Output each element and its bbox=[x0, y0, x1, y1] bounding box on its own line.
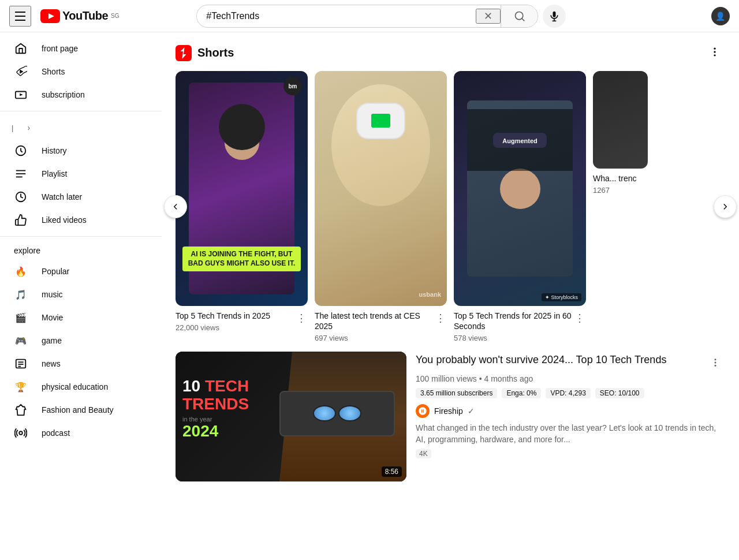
short-views-1: 22,000 views bbox=[176, 323, 270, 332]
header-center: ✕ bbox=[196, 5, 566, 28]
sidebar-item-shorts[interactable]: Shorts bbox=[5, 60, 157, 83]
svg-marker-9 bbox=[20, 94, 23, 96]
short-card-4-info: Wha... trenc 1267 bbox=[593, 173, 648, 195]
header: YouTubeSG ✕ bbox=[0, 0, 739, 32]
short-thumb-4 bbox=[593, 71, 648, 169]
video-more-button-1[interactable] bbox=[706, 353, 725, 374]
channel-name-1: Fireship bbox=[434, 406, 463, 416]
sidebar-item-popular[interactable]: 🔥 Popular bbox=[5, 260, 157, 283]
video-card-1[interactable]: 10 TECH TRENDS in the year 2024 8:56 bbox=[176, 352, 725, 481]
sidebar-label-playlist: Playlist bbox=[42, 169, 67, 178]
badge-enga: Enga: 0% bbox=[502, 388, 541, 398]
short-views-3: 578 views bbox=[454, 334, 573, 342]
sidebar: front page Shorts subscription | › bbox=[0, 32, 162, 560]
explore-section-label: explore bbox=[0, 241, 162, 260]
sidebar-label-history: History bbox=[42, 146, 67, 155]
resolution-badge-1: 4K bbox=[416, 449, 431, 458]
mic-icon bbox=[548, 10, 560, 22]
carousel-next-button[interactable] bbox=[714, 195, 737, 218]
app-container: YouTubeSG ✕ bbox=[0, 0, 739, 560]
video-info-top-1: You probably won't survive 2024... Top 1… bbox=[416, 353, 725, 374]
channel-avatar-1 bbox=[416, 404, 430, 418]
liked-icon bbox=[14, 213, 28, 227]
sidebar-divider-1 bbox=[0, 111, 162, 111]
sidebar-item-game[interactable]: 🎮 game bbox=[5, 329, 157, 352]
sidebar-item-movie[interactable]: 🎬 Movie bbox=[5, 306, 157, 329]
short-menu-1[interactable]: ⋮ bbox=[295, 311, 308, 326]
sidebar-item-physical-education[interactable]: 🏆 physical education bbox=[5, 375, 157, 398]
short-card-3[interactable]: Augmented ✦ Storyblocks Top 5 Tech Trend… bbox=[454, 71, 586, 342]
sidebar-item-playlist[interactable]: Playlist bbox=[5, 162, 157, 185]
subscription-icon bbox=[14, 88, 28, 102]
video-duration-1: 8:56 bbox=[382, 466, 402, 477]
chevron-right-icon bbox=[720, 201, 730, 212]
short-card-2[interactable]: usbank The latest tech trends at CES 202… bbox=[315, 71, 447, 342]
playlist-icon bbox=[14, 167, 28, 181]
shorts-icon bbox=[14, 65, 28, 79]
sidebar-item-liked-videos[interactable]: Liked videos bbox=[5, 208, 157, 232]
short-menu-3[interactable]: ⋮ bbox=[573, 311, 586, 326]
short-card-1[interactable]: bm AI IS JOINING THE FIGHT, BUT BAD GUYS… bbox=[176, 71, 308, 342]
video-list: 10 TECH TRENDS in the year 2024 8:56 bbox=[162, 342, 739, 500]
svg-point-19 bbox=[19, 431, 23, 435]
augmented-text: Augmented bbox=[502, 137, 538, 144]
shorts-more-button[interactable] bbox=[704, 42, 725, 64]
main-content: Shorts bbox=[162, 32, 739, 560]
short-title-2: The latest tech trends at CES 2025 bbox=[315, 311, 434, 331]
sidebar-item-subscription[interactable]: subscription bbox=[5, 83, 157, 106]
video-meta-1: 100 million views • 4 months ago bbox=[416, 374, 725, 383]
short-views-4: 1267 bbox=[593, 186, 636, 195]
short-card-3-info: Top 5 Tech Trends for 2025 in 60 Seconds… bbox=[454, 311, 586, 342]
sidebar-label-front-page: front page bbox=[42, 44, 78, 53]
badge-subscribers: 3.65 million subscribers bbox=[416, 388, 497, 398]
bm-badge: bm bbox=[283, 77, 302, 95]
short-thumb-1: bm AI IS JOINING THE FIGHT, BUT BAD GUYS… bbox=[176, 71, 308, 306]
movie-icon: 🎬 bbox=[14, 311, 28, 324]
sidebar-item-history[interactable]: History bbox=[5, 139, 157, 162]
sidebar-label-shorts: Shorts bbox=[42, 67, 65, 76]
search-bar: ✕ bbox=[196, 5, 538, 28]
sidebar-item-fashion-beauty[interactable]: Fashion and Beauty bbox=[5, 398, 157, 421]
storyblocks-badge: ✦ Storyblocks bbox=[542, 293, 581, 301]
shorts-title: Shorts bbox=[197, 46, 234, 59]
svg-line-3 bbox=[522, 18, 525, 21]
sidebar-item-podcast[interactable]: podcast bbox=[5, 421, 157, 445]
sidebar-divider-2 bbox=[0, 236, 162, 237]
video-badges-1: 3.65 million subscribers Enga: 0% VPD: 4… bbox=[416, 388, 725, 398]
shorts-grid: bm AI IS JOINING THE FIGHT, BUT BAD GUYS… bbox=[176, 71, 725, 342]
game-icon: 🎮 bbox=[14, 334, 28, 348]
chevron-left-icon bbox=[170, 201, 181, 212]
short-card-2-info: The latest tech trends at CES 2025 697 v… bbox=[315, 311, 447, 342]
sidebar-item-watch-later[interactable]: Watch later bbox=[5, 185, 157, 208]
logo-text: YouTube bbox=[62, 9, 108, 23]
carousel-prev-button[interactable] bbox=[164, 195, 187, 218]
channel-row-1: Fireship ✓ bbox=[416, 404, 725, 418]
sidebar-item-front-page[interactable]: front page bbox=[5, 37, 157, 60]
video-info-1: You probably won't survive 2024... Top 1… bbox=[416, 352, 725, 481]
short-menu-2[interactable]: ⋮ bbox=[434, 311, 447, 326]
shorts-section-icon bbox=[176, 45, 192, 61]
video-more-icon-1 bbox=[710, 357, 721, 368]
short-overlay-text-1: AI IS JOINING THE FIGHT, BUT BAD GUYS MI… bbox=[182, 247, 301, 271]
badge-vpd: VPD: 4,293 bbox=[546, 388, 590, 398]
logo-link[interactable]: YouTubeSG bbox=[40, 9, 120, 23]
short-views-2: 697 views bbox=[315, 334, 434, 342]
search-submit-button[interactable] bbox=[501, 5, 538, 28]
channel-avatar-icon-1 bbox=[418, 406, 427, 416]
header-right: 👤 bbox=[711, 7, 730, 25]
sidebar-label-subscription: subscription bbox=[42, 90, 85, 99]
voice-search-button[interactable] bbox=[543, 5, 566, 28]
short-card-1-info: Top 5 Tech Trends in 2025 22,000 views ⋮ bbox=[176, 311, 308, 332]
watch-later-icon bbox=[14, 190, 28, 204]
hamburger-button[interactable] bbox=[9, 6, 31, 27]
sidebar-item-news[interactable]: news bbox=[5, 352, 157, 375]
home-icon bbox=[14, 42, 28, 55]
avatar[interactable]: 👤 bbox=[711, 7, 730, 25]
shorts-carousel: bm AI IS JOINING THE FIGHT, BUT BAD GUYS… bbox=[162, 71, 739, 342]
sidebar-label-game: game bbox=[42, 336, 62, 345]
search-input[interactable] bbox=[197, 11, 476, 21]
sidebar-item-music[interactable]: 🎵 music bbox=[5, 283, 157, 306]
sidebar-expand[interactable]: | › bbox=[0, 116, 162, 139]
search-clear-button[interactable]: ✕ bbox=[476, 9, 501, 24]
short-card-4[interactable]: Wha... trenc 1267 bbox=[593, 71, 648, 342]
